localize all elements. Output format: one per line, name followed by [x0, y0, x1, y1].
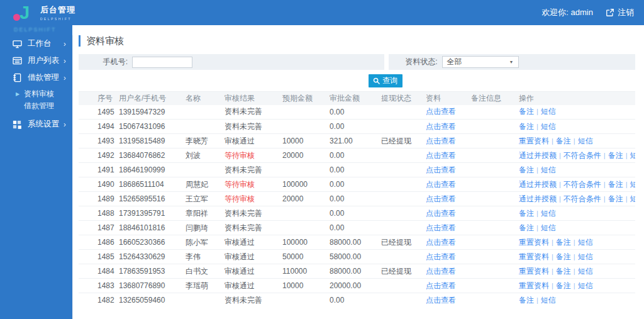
action-link-sms[interactable]: 短信 [578, 281, 593, 290]
action-link-remark[interactable]: 备注 [519, 165, 534, 174]
view-data-link[interactable]: 点击查看 [426, 252, 456, 261]
cell-withdraw-status [379, 279, 423, 293]
sidebar-nav: 工作台›用户列表›借款管理›▶资料审核借款管理系统设置› [0, 25, 72, 319]
logo-reflection: DELPSHIFT [14, 26, 57, 33]
cell-expected-amount [280, 105, 327, 120]
action-link-remark[interactable]: 备注 [519, 122, 534, 131]
logout-button[interactable]: 注销 [606, 7, 634, 18]
cell-data: 点击查看 [423, 206, 469, 221]
action-separator: | [552, 267, 553, 275]
action-link-remark[interactable]: 备注 [608, 151, 623, 160]
action-link-reset-data[interactable]: 重置资料 [519, 281, 549, 290]
cell-expected-amount: 100000 [280, 177, 327, 192]
sidebar-item-label: 借款管理 [28, 72, 59, 83]
cell-name [183, 120, 222, 134]
view-data-link[interactable]: 点击查看 [426, 281, 456, 290]
action-link-not-qualified[interactable]: 不符合条件 [564, 151, 601, 160]
action-link-remark[interactable]: 备注 [556, 238, 571, 247]
action-link-sms[interactable]: 短信 [541, 223, 556, 232]
action-link-remark[interactable]: 备注 [556, 281, 571, 290]
cell-data: 点击查看 [423, 192, 469, 206]
view-data-link[interactable]: 点击查看 [426, 137, 456, 145]
cell-data: 点击查看 [423, 134, 469, 148]
action-link-remark[interactable]: 备注 [608, 180, 623, 189]
cell-approved-amount: 58000.00 [327, 250, 379, 264]
action-link-reset-data[interactable]: 重置资料 [519, 238, 549, 247]
cell-expected-amount [280, 221, 327, 235]
cell-name [183, 293, 222, 308]
search-button[interactable]: 查询 [369, 74, 402, 87]
monitor-icon [12, 39, 22, 49]
action-link-sms[interactable]: 短信 [630, 180, 635, 189]
view-data-link[interactable]: 点击查看 [426, 151, 456, 160]
view-data-link[interactable]: 点击查看 [426, 194, 456, 203]
cell-data: 点击查看 [423, 264, 469, 279]
view-data-link[interactable]: 点击查看 [426, 223, 456, 232]
table-row: 149513915947329资料未完善0.00点击查看备注|短信 [79, 105, 635, 120]
sidebar-subitem-data-review[interactable]: ▶资料审核 [0, 88, 72, 100]
cell-username-phone: 15265895516 [116, 192, 183, 206]
chevron-right-icon: › [64, 74, 66, 82]
action-link-remark[interactable]: 备注 [519, 209, 534, 218]
cell-approved-amount: 0.00 [327, 221, 379, 235]
view-data-link[interactable]: 点击查看 [426, 209, 456, 218]
action-link-sms[interactable]: 短信 [578, 252, 593, 261]
action-link-reset-data[interactable]: 重置资料 [519, 137, 549, 145]
view-data-link[interactable]: 点击查看 [426, 238, 456, 247]
view-data-link[interactable]: 点击查看 [426, 165, 456, 174]
cell-operation: 备注|短信 [516, 105, 635, 120]
cell-seq: 1488 [79, 206, 116, 221]
action-link-sms[interactable]: 短信 [630, 151, 635, 160]
sidebar-item-user-list[interactable]: 用户列表› [0, 52, 72, 69]
filter-bar: 手机号: 资料状态: 全部 ▼ [79, 54, 635, 70]
view-data-link[interactable]: 点击查看 [426, 180, 456, 189]
action-link-sms[interactable]: 短信 [541, 107, 556, 116]
cell-name: 周慧妃 [183, 177, 222, 192]
sidebar-item-workbench[interactable]: 工作台› [0, 35, 72, 52]
action-link-sms[interactable]: 短信 [578, 267, 593, 276]
phone-input[interactable] [132, 57, 192, 68]
action-link-remark[interactable]: 备注 [519, 223, 534, 232]
sidebar-item-loan-management[interactable]: 借款管理› [0, 69, 72, 86]
action-separator: | [552, 137, 553, 145]
action-link-remark[interactable]: 备注 [519, 107, 534, 116]
action-link-approve-grant[interactable]: 通过并授额 [519, 180, 557, 189]
action-link-remark[interactable]: 备注 [608, 194, 623, 203]
sidebar-item-system-settings[interactable]: 系统设置› [0, 116, 72, 133]
action-link-sms[interactable]: 短信 [578, 238, 593, 247]
cell-remark-info [469, 163, 516, 177]
sidebar-item-label: 系统设置 [28, 119, 59, 130]
action-link-not-qualified[interactable]: 不符合条件 [564, 180, 601, 189]
action-link-sms[interactable]: 短信 [630, 194, 635, 203]
view-data-link[interactable]: 点击查看 [426, 107, 456, 116]
action-link-reset-data[interactable]: 重置资料 [519, 267, 549, 276]
cell-withdraw-status [379, 293, 423, 308]
action-link-sms[interactable]: 短信 [541, 209, 556, 218]
action-link-approve-grant[interactable]: 通过并授额 [519, 151, 557, 160]
cell-remark-info [469, 192, 516, 206]
view-data-link[interactable]: 点击查看 [426, 267, 456, 276]
action-link-remark[interactable]: 备注 [556, 252, 571, 261]
view-data-link[interactable]: 点击查看 [426, 296, 456, 305]
app-logo: J 后台管理 DELPSHIFT [15, 2, 75, 23]
action-link-not-qualified[interactable]: 不符合条件 [564, 194, 601, 203]
cell-username-phone: 16605230366 [116, 235, 183, 250]
action-link-remark[interactable]: 备注 [556, 137, 571, 145]
action-link-approve-grant[interactable]: 通过并授额 [519, 194, 557, 203]
cell-seq: 1484 [79, 264, 116, 279]
action-link-sms[interactable]: 短信 [541, 165, 556, 174]
sidebar-subitem-loan-manage[interactable]: 借款管理 [0, 100, 72, 112]
chevron-right-icon: › [64, 40, 66, 48]
action-link-sms[interactable]: 短信 [578, 137, 593, 145]
action-separator: | [574, 137, 575, 145]
status-select[interactable]: 全部 ▼ [442, 56, 519, 68]
action-link-remark[interactable]: 备注 [556, 267, 571, 276]
action-separator: | [626, 195, 628, 203]
cell-seq: 1492 [79, 148, 116, 163]
view-data-link[interactable]: 点击查看 [426, 122, 456, 131]
action-link-sms[interactable]: 短信 [541, 296, 556, 305]
cell-operation: 重置资料|备注|短信 [516, 134, 635, 148]
action-link-reset-data[interactable]: 重置资料 [519, 252, 549, 261]
action-link-sms[interactable]: 短信 [541, 122, 556, 131]
action-link-remark[interactable]: 备注 [519, 296, 534, 305]
